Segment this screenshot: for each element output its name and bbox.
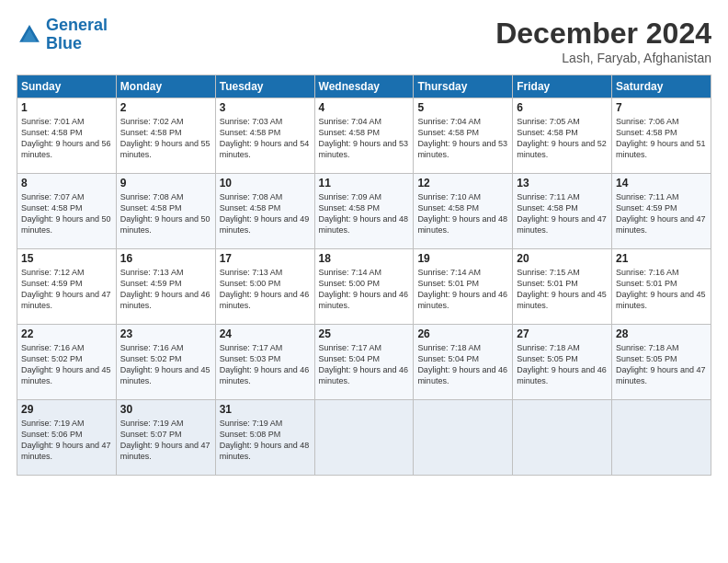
- calendar-cell: 8 Sunrise: 7:07 AM Sunset: 4:58 PM Dayli…: [17, 174, 117, 249]
- calendar-cell: 18 Sunrise: 7:14 AM Sunset: 5:00 PM Dayl…: [314, 249, 414, 325]
- logo-blue: Blue: [46, 34, 82, 52]
- cell-sunrise: Sunrise: 7:12 AM: [21, 268, 85, 277]
- day-number: 17: [220, 252, 311, 265]
- weekday-header-friday: Friday: [513, 75, 612, 98]
- calendar-week-row: 15 Sunrise: 7:12 AM Sunset: 4:59 PM Dayl…: [17, 249, 711, 325]
- calendar-cell: 23 Sunrise: 7:16 AM Sunset: 5:02 PM Dayl…: [116, 325, 215, 400]
- cell-sunrise: Sunrise: 7:03 AM: [220, 117, 283, 126]
- header: General Blue December 2024 Lash, Faryab,…: [17, 17, 711, 65]
- title-block: December 2024 Lash, Faryab, Afghanistan: [495, 17, 711, 65]
- day-number: 25: [319, 327, 410, 340]
- cell-sunset: Sunset: 5:01 PM: [616, 279, 677, 288]
- cell-sunrise: Sunrise: 7:05 AM: [517, 117, 580, 126]
- calendar-cell: 7 Sunrise: 7:06 AM Sunset: 4:58 PM Dayli…: [612, 98, 711, 174]
- calendar-cell: 11 Sunrise: 7:09 AM Sunset: 4:58 PM Dayl…: [314, 174, 414, 249]
- day-number: 16: [120, 252, 211, 265]
- day-number: 2: [120, 101, 211, 114]
- calendar-cell: [612, 400, 711, 476]
- cell-sunset: Sunset: 4:58 PM: [220, 203, 281, 213]
- day-number: 1: [21, 101, 112, 114]
- cell-daylight: Daylight: 9 hours and 46 minutes.: [120, 290, 210, 310]
- calendar-table: SundayMondayTuesdayWednesdayThursdayFrid…: [17, 75, 711, 476]
- calendar-cell: 1 Sunrise: 7:01 AM Sunset: 4:58 PM Dayli…: [17, 98, 117, 174]
- day-number: 6: [517, 101, 608, 114]
- cell-daylight: Daylight: 9 hours and 48 minutes.: [220, 441, 310, 461]
- cell-sunset: Sunset: 5:07 PM: [120, 430, 182, 439]
- cell-daylight: Daylight: 9 hours and 48 minutes.: [319, 214, 409, 235]
- day-number: 8: [21, 177, 112, 190]
- cell-sunset: Sunset: 5:00 PM: [319, 279, 381, 288]
- cell-sunset: Sunset: 5:01 PM: [517, 279, 578, 288]
- calendar-cell: 4 Sunrise: 7:04 AM Sunset: 4:58 PM Dayli…: [314, 98, 414, 174]
- cell-daylight: Daylight: 9 hours and 45 minutes.: [21, 365, 111, 385]
- logo-general: General: [46, 16, 108, 34]
- cell-sunset: Sunset: 4:58 PM: [517, 128, 578, 137]
- cell-sunrise: Sunrise: 7:10 AM: [417, 192, 481, 201]
- calendar-cell: 25 Sunrise: 7:17 AM Sunset: 5:04 PM Dayl…: [314, 325, 414, 400]
- calendar-week-row: 1 Sunrise: 7:01 AM Sunset: 4:58 PM Dayli…: [17, 98, 711, 174]
- cell-daylight: Daylight: 9 hours and 46 minutes.: [417, 290, 507, 310]
- calendar-cell: 14 Sunrise: 7:11 AM Sunset: 4:59 PM Dayl…: [612, 174, 711, 249]
- day-number: 21: [616, 252, 707, 265]
- cell-sunrise: Sunrise: 7:04 AM: [319, 117, 382, 126]
- logo-text: General Blue: [46, 17, 108, 53]
- calendar-cell: 27 Sunrise: 7:18 AM Sunset: 5:05 PM Dayl…: [513, 325, 612, 400]
- cell-sunrise: Sunrise: 7:13 AM: [220, 268, 283, 277]
- calendar-cell: 9 Sunrise: 7:08 AM Sunset: 4:58 PM Dayli…: [116, 174, 215, 249]
- cell-daylight: Daylight: 9 hours and 45 minutes.: [120, 365, 210, 385]
- cell-daylight: Daylight: 9 hours and 46 minutes.: [417, 365, 507, 385]
- cell-sunset: Sunset: 4:58 PM: [417, 203, 479, 213]
- cell-sunrise: Sunrise: 7:17 AM: [220, 343, 283, 352]
- cell-sunset: Sunset: 4:58 PM: [220, 128, 281, 137]
- calendar-cell: 21 Sunrise: 7:16 AM Sunset: 5:01 PM Dayl…: [612, 249, 711, 325]
- cell-sunset: Sunset: 4:58 PM: [21, 128, 83, 137]
- cell-sunrise: Sunrise: 7:08 AM: [120, 192, 184, 201]
- logo-icon: [17, 22, 42, 48]
- calendar-week-row: 8 Sunrise: 7:07 AM Sunset: 4:58 PM Dayli…: [17, 174, 711, 249]
- day-number: 20: [517, 252, 608, 265]
- cell-sunset: Sunset: 4:58 PM: [120, 128, 182, 137]
- calendar-cell: 29 Sunrise: 7:19 AM Sunset: 5:06 PM Dayl…: [17, 400, 117, 476]
- cell-sunrise: Sunrise: 7:01 AM: [21, 117, 85, 126]
- cell-daylight: Daylight: 9 hours and 56 minutes.: [21, 139, 111, 159]
- cell-sunset: Sunset: 5:02 PM: [21, 354, 83, 363]
- cell-sunrise: Sunrise: 7:14 AM: [417, 268, 481, 277]
- day-number: 7: [616, 101, 707, 114]
- month-title: December 2024: [495, 17, 711, 51]
- cell-sunrise: Sunrise: 7:07 AM: [21, 192, 85, 201]
- cell-daylight: Daylight: 9 hours and 47 minutes.: [21, 441, 111, 461]
- logo: General Blue: [17, 17, 108, 53]
- day-number: 30: [120, 403, 211, 416]
- weekday-header-saturday: Saturday: [612, 75, 711, 98]
- cell-daylight: Daylight: 9 hours and 47 minutes.: [120, 441, 210, 461]
- cell-daylight: Daylight: 9 hours and 46 minutes.: [220, 365, 310, 385]
- cell-sunrise: Sunrise: 7:09 AM: [319, 192, 382, 201]
- cell-sunrise: Sunrise: 7:18 AM: [417, 343, 481, 352]
- calendar-cell: [513, 400, 612, 476]
- page: General Blue December 2024 Lash, Faryab,…: [0, 0, 728, 563]
- day-number: 18: [319, 252, 410, 265]
- cell-sunset: Sunset: 4:58 PM: [417, 128, 479, 137]
- cell-sunset: Sunset: 4:58 PM: [319, 203, 381, 213]
- cell-daylight: Daylight: 9 hours and 48 minutes.: [417, 214, 507, 235]
- cell-sunset: Sunset: 4:59 PM: [21, 279, 83, 288]
- cell-daylight: Daylight: 9 hours and 47 minutes.: [616, 365, 706, 385]
- calendar-cell: 6 Sunrise: 7:05 AM Sunset: 4:58 PM Dayli…: [513, 98, 612, 174]
- weekday-header-tuesday: Tuesday: [215, 75, 314, 98]
- day-number: 10: [220, 177, 311, 190]
- cell-sunset: Sunset: 5:04 PM: [417, 354, 479, 363]
- calendar-cell: 2 Sunrise: 7:02 AM Sunset: 4:58 PM Dayli…: [116, 98, 215, 174]
- calendar-cell: 16 Sunrise: 7:13 AM Sunset: 4:59 PM Dayl…: [116, 249, 215, 325]
- calendar-cell: 22 Sunrise: 7:16 AM Sunset: 5:02 PM Dayl…: [17, 325, 117, 400]
- day-number: 29: [21, 403, 112, 416]
- cell-daylight: Daylight: 9 hours and 55 minutes.: [120, 139, 210, 159]
- day-number: 22: [21, 327, 112, 340]
- cell-sunrise: Sunrise: 7:02 AM: [120, 117, 184, 126]
- cell-sunset: Sunset: 5:08 PM: [220, 430, 281, 439]
- cell-sunset: Sunset: 5:02 PM: [120, 354, 182, 363]
- calendar-cell: 15 Sunrise: 7:12 AM Sunset: 4:59 PM Dayl…: [17, 249, 117, 325]
- day-number: 9: [120, 177, 211, 190]
- cell-daylight: Daylight: 9 hours and 47 minutes.: [517, 214, 607, 235]
- calendar-week-row: 22 Sunrise: 7:16 AM Sunset: 5:02 PM Dayl…: [17, 325, 711, 400]
- day-number: 24: [220, 327, 311, 340]
